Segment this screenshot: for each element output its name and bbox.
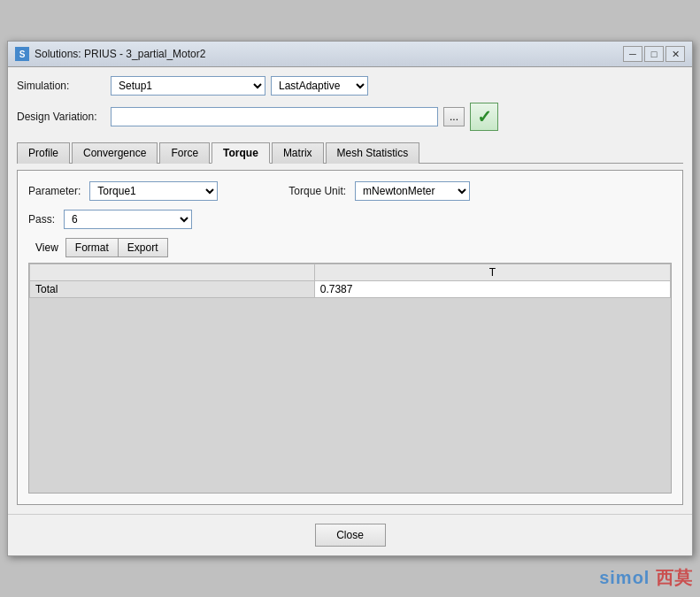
torque-unit-select[interactable]: mNewtonMeter (355, 181, 470, 201)
export-button[interactable]: Export (118, 238, 168, 257)
pass-select[interactable]: 6 (64, 210, 192, 229)
window-content: Simulation: Setup1 LastAdaptive Design V… (8, 67, 692, 514)
watermark: simol 西莫 (599, 566, 693, 590)
window-title: Solutions: PRIUS - 3_partial_Motor2 (35, 48, 205, 60)
col-empty-header (30, 264, 315, 281)
design-variation-label: Design Variation: (17, 111, 105, 123)
title-buttons: ─ □ ✕ (623, 46, 685, 62)
close-window-button[interactable]: ✕ (665, 46, 685, 62)
tab-mesh-statistics[interactable]: Mesh Statistics (326, 142, 420, 164)
parameter-row: Parameter: Torque1 Torque Unit: mNewtonM… (28, 181, 672, 201)
main-window: S Solutions: PRIUS - 3_partial_Motor2 ─ … (7, 41, 693, 556)
footer: Close (8, 514, 692, 555)
pass-row: Pass: 6 (28, 210, 672, 229)
maximize-button[interactable]: □ (644, 46, 664, 62)
app-icon: S (15, 47, 29, 61)
tab-convergence[interactable]: Convergence (72, 142, 158, 164)
simulation-setup-select[interactable]: Setup1 (111, 76, 265, 96)
row-total-label: Total (30, 281, 315, 298)
tabs-container: Profile Convergence Force Torque Matrix … (17, 142, 683, 164)
torque-panel: Parameter: Torque1 Torque Unit: mNewtonM… (17, 170, 683, 505)
tab-force[interactable]: Force (159, 142, 210, 164)
table-row: Total 0.7387 (30, 281, 671, 298)
col-t-header: T (314, 264, 670, 281)
empty-area (29, 298, 671, 493)
close-dialog-button[interactable]: Close (315, 524, 386, 547)
simulation-label: Simulation: (17, 80, 105, 92)
row-total-value: 0.7387 (314, 281, 670, 298)
minimize-button[interactable]: ─ (623, 46, 642, 62)
data-table: T Total 0.7387 (29, 264, 671, 298)
title-bar-left: S Solutions: PRIUS - 3_partial_Motor2 (15, 47, 205, 61)
tab-torque[interactable]: Torque (212, 142, 270, 164)
tab-matrix[interactable]: Matrix (272, 142, 324, 164)
parameter-select[interactable]: Torque1 (89, 181, 218, 201)
watermark-text1: simol (599, 568, 650, 587)
parameter-label: Parameter: (28, 185, 81, 197)
checkmark-button[interactable]: ✓ (470, 103, 498, 131)
torque-unit-label: Torque Unit: (288, 185, 346, 197)
format-button[interactable]: Format (65, 238, 119, 257)
watermark-text2: 西莫 (656, 568, 693, 587)
browse-button[interactable]: ... (443, 107, 465, 126)
checkmark-icon: ✓ (477, 106, 492, 127)
design-variation-row: Design Variation: ... ✓ (17, 103, 683, 131)
design-variation-input[interactable] (111, 107, 438, 126)
view-label: View (28, 238, 65, 257)
tab-profile[interactable]: Profile (17, 142, 70, 164)
title-bar: S Solutions: PRIUS - 3_partial_Motor2 ─ … (8, 42, 692, 67)
toolbar-row: View Format Export (28, 238, 672, 257)
pass-label: Pass: (28, 213, 55, 226)
simulation-row: Simulation: Setup1 LastAdaptive (17, 76, 683, 96)
data-table-container: T Total 0.7387 (28, 263, 672, 494)
simulation-adaptive-select[interactable]: LastAdaptive (271, 76, 368, 96)
